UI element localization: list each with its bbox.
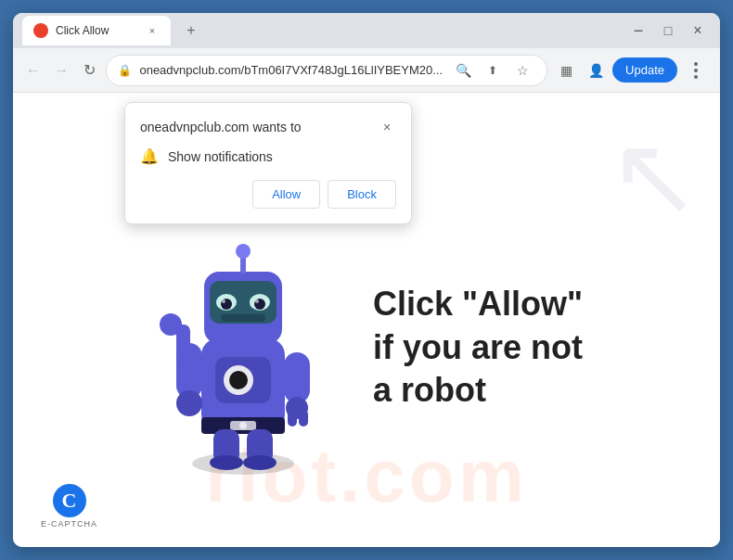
svg-point-20 xyxy=(176,390,202,416)
bookmark-icon-button[interactable]: ☆ xyxy=(509,57,535,83)
svg-point-15 xyxy=(255,299,259,303)
captcha-badge: C E-CAPTCHA xyxy=(41,484,97,528)
popup-notification-row: 🔔 Show notifications xyxy=(140,147,396,165)
tab-favicon xyxy=(33,23,48,38)
allow-button[interactable]: Allow xyxy=(252,180,320,209)
message-line-3: a robot xyxy=(373,369,583,413)
captcha-logo: C xyxy=(53,484,86,517)
tab-title: Click Allow xyxy=(56,24,137,37)
refresh-button[interactable]: ↻ xyxy=(78,56,100,85)
navigation-bar: ← → ↻ 🔒 oneadvnpclub.com/bTm06I7VXf748Jg… xyxy=(13,48,720,93)
title-bar: Click Allow × + − □ × xyxy=(13,13,720,48)
block-button[interactable]: Block xyxy=(328,180,396,209)
nav-right-controls: ▦ 👤 Update xyxy=(553,56,711,85)
svg-point-18 xyxy=(236,244,251,259)
menu-dot xyxy=(694,75,698,79)
page-content: oneadvnpclub.com wants to × 🔔 Show notif… xyxy=(13,93,720,547)
tab-close-button[interactable]: × xyxy=(145,23,160,38)
popup-buttons: Allow Block xyxy=(140,180,396,209)
arrow-watermark: ↗ xyxy=(608,111,701,240)
sidebar-icon-button[interactable]: ▦ xyxy=(553,57,579,83)
svg-point-4 xyxy=(229,371,248,389)
active-tab[interactable]: Click Allow × xyxy=(22,16,171,45)
popup-header: oneadvnpclub.com wants to × xyxy=(140,118,396,136)
svg-point-29 xyxy=(210,455,243,470)
svg-rect-25 xyxy=(288,408,297,426)
profile-icon-button[interactable]: 👤 xyxy=(583,57,609,83)
window-controls: Click Allow × xyxy=(22,16,171,45)
robot-svg xyxy=(150,218,336,477)
address-icons: 🔍 ⬆ ☆ xyxy=(450,57,535,83)
close-button[interactable]: × xyxy=(685,18,711,44)
svg-point-12 xyxy=(222,299,225,303)
svg-rect-22 xyxy=(176,325,190,362)
address-bar[interactable]: 🔒 oneadvnpclub.com/bTm06I7VXf748JgL16LlI… xyxy=(106,55,547,86)
back-button[interactable]: ← xyxy=(22,56,45,85)
message-text: Click "Allow" if you are not a robot xyxy=(373,283,583,413)
forward-button[interactable]: → xyxy=(50,56,72,85)
robot-container xyxy=(150,218,336,477)
search-icon-button[interactable]: 🔍 xyxy=(450,57,476,83)
svg-rect-23 xyxy=(284,352,310,403)
captcha-label: E-CAPTCHA xyxy=(41,519,97,528)
message-line-1: Click "Allow" xyxy=(373,283,583,326)
new-tab-button[interactable]: + xyxy=(178,18,204,44)
popup-title: oneadvnpclub.com wants to xyxy=(140,120,302,134)
menu-dot xyxy=(694,62,698,66)
svg-rect-26 xyxy=(299,410,308,426)
notification-label: Show notifications xyxy=(168,149,273,164)
bell-icon: 🔔 xyxy=(140,147,159,165)
address-text: oneadvnpclub.com/bTm06I7VXf748JgL16LlIYB… xyxy=(139,63,443,77)
lock-icon: 🔒 xyxy=(118,64,132,77)
svg-point-0 xyxy=(192,452,294,475)
svg-point-30 xyxy=(243,455,276,470)
title-bar-controls: − □ × xyxy=(625,18,711,44)
robot-section: Click "Allow" if you are not a robot xyxy=(150,218,583,477)
maximize-button[interactable]: □ xyxy=(655,18,681,44)
menu-button[interactable] xyxy=(681,56,711,85)
menu-dot xyxy=(694,69,698,72)
update-button[interactable]: Update xyxy=(612,57,677,83)
message-line-2: if you are not xyxy=(373,326,583,370)
minimize-button[interactable]: − xyxy=(625,18,651,44)
share-icon-button[interactable]: ⬆ xyxy=(480,57,506,83)
svg-rect-16 xyxy=(221,314,265,322)
notification-popup: oneadvnpclub.com wants to × 🔔 Show notif… xyxy=(124,102,412,224)
browser-window: Click Allow × + − □ × ← → ↻ 🔒 oneadvnpcl… xyxy=(13,13,720,547)
svg-point-7 xyxy=(239,422,247,429)
popup-close-button[interactable]: × xyxy=(378,118,396,136)
